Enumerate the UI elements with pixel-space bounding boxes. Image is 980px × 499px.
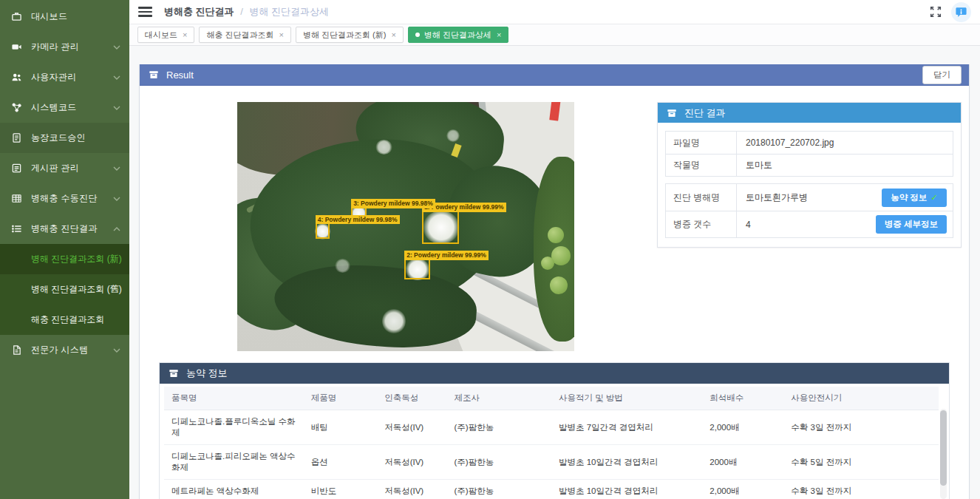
- sidebar-item-8[interactable]: 전문가 시스템: [0, 335, 129, 365]
- diagnosis-group-2: 진단 병해명토마토흰가루병농약 정보✓병증 갯수4병증 세부정보: [665, 183, 953, 238]
- table-cell: 2,000배: [702, 410, 783, 445]
- sidebar-item-5[interactable]: 게시판 관리: [0, 153, 129, 183]
- table-cell: 2,000배: [702, 480, 783, 499]
- table-row[interactable]: 디페노코나졸.피리오페논 액상수화제옵션저독성(IV)(주)팜한농발병초 10일…: [164, 445, 939, 480]
- bounding-box-4: 4: Powdery mildew 99.98%: [316, 223, 330, 238]
- tab-label: 병해 진단결과조회 (新): [303, 30, 386, 41]
- table-cell: 저독성(IV): [377, 480, 446, 499]
- symptom-detail-button[interactable]: 병증 세부정보: [876, 215, 947, 234]
- sidebar-item-label: 시스템코드: [31, 101, 113, 114]
- diagnosis-value-text: 토마토흰가루병: [746, 191, 808, 204]
- users-icon: [11, 72, 22, 83]
- pesticide-panel-header: 농약 정보: [160, 363, 949, 384]
- table-cell: 디페노코나졸.피리오페논 액상수화제: [164, 445, 304, 480]
- pesticide-table-wrap: 품목명제품명인축독성제조사사용적기 및 방법희석배수사용안전시기디페노코나졸.플…: [160, 384, 949, 499]
- fullscreen-icon[interactable]: [929, 5, 942, 18]
- diagnosis-group-1: 파일명20180107_220702.jpg작물명토마토: [665, 131, 953, 177]
- chevron-down-icon: [113, 45, 120, 50]
- sidebar-item-label: 전문가 시스템: [31, 344, 113, 356]
- chevron-up-icon: [113, 227, 120, 231]
- diagnosis-panel-title: 진단 결과: [684, 106, 726, 120]
- sidebar-subitem-0[interactable]: 병해 진단결과조회 (新): [0, 244, 129, 274]
- scrollbar-thumb[interactable]: [940, 410, 947, 486]
- diagnosis-row-value: 4병증 세부정보: [737, 215, 953, 234]
- sidebar: 대시보드카메라 관리사용자관리시스템코드농장코드승인게시판 관리병해충 수동진단…: [0, 0, 129, 499]
- tab-close-icon[interactable]: ×: [497, 30, 501, 39]
- column-header-4: 사용적기 및 방법: [551, 387, 702, 410]
- sidebar-item-label: 병해충 진단결과: [31, 223, 113, 235]
- expert-system-icon: [11, 344, 22, 356]
- bbox-label: 2: Powdery mildew 99.99%: [404, 251, 489, 260]
- sidebar-item-7[interactable]: 병해충 진단결과: [0, 214, 129, 244]
- table-cell: 저독성(IV): [377, 410, 446, 445]
- archive-icon: [149, 69, 159, 80]
- table-row[interactable]: 디페노코나졸.플루디옥소닐 수화제배팅저독성(IV)(주)팜한농발병초 7일간격…: [164, 410, 939, 445]
- column-header-5: 희석배수: [702, 387, 783, 410]
- sidebar-item-label: 대시보드: [31, 10, 120, 23]
- table-cell: 2000배: [702, 445, 783, 480]
- table-cell: 발병초 10일간격 경엽처리: [551, 480, 702, 499]
- tab-3[interactable]: 병해 진단결과상세×: [408, 27, 509, 43]
- result-panel-body: 1: Powdery mildew 99.99%2: Powdery milde…: [140, 86, 969, 499]
- tab-label: 해충 진단결과조회: [206, 30, 273, 41]
- chevron-down-icon: [113, 75, 120, 80]
- sidebar-item-4[interactable]: 농장코드승인: [0, 123, 129, 153]
- pesticide-info-button[interactable]: 농약 정보✓: [882, 189, 947, 207]
- table-cell: 디페노코나졸.플루디옥소닐 수화제: [164, 410, 304, 445]
- sidebar-item-3[interactable]: 시스템코드: [0, 92, 129, 123]
- tab-label: 병해 진단결과상세: [424, 30, 491, 41]
- sidebar-item-label: 사용자관리: [31, 71, 113, 84]
- column-header-1: 제품명: [304, 387, 378, 410]
- bbox-label: 3: Powdery mildew 99.98%: [351, 199, 435, 208]
- breadcrumb: 병해충 진단결과 / 병해 진단결과상세: [164, 5, 329, 18]
- pesticide-table: 품목명제품명인축독성제조사사용적기 및 방법희석배수사용안전시기디페노코나졸.플…: [164, 387, 939, 499]
- table-row[interactable]: 메트라페논 액상수화제비반도저독성(IV)(주)팜한농발병초 10일간격 경엽처…: [164, 480, 939, 499]
- table-cell: 발병초 10일간격 경엽처리: [551, 445, 702, 480]
- table-scrollbar[interactable]: [940, 409, 947, 499]
- pesticide-panel-title: 농약 정보: [186, 367, 228, 380]
- bbox-label: 4: Powdery mildew 99.98%: [316, 215, 400, 225]
- table-header-row: 품목명제품명인축독성제조사사용적기 및 방법희석배수사용안전시기: [164, 387, 939, 410]
- menu-toggle-icon[interactable]: [138, 4, 152, 19]
- tab-close-icon[interactable]: ×: [391, 30, 395, 39]
- chevron-down-icon: [113, 106, 120, 110]
- table-cell: 비반도: [304, 480, 378, 499]
- diagnosis-row-0: 파일명20180107_220702.jpg: [666, 132, 953, 154]
- tab-0[interactable]: 대시보드×: [137, 27, 194, 43]
- diagnosis-row-label: 병증 갯수: [666, 211, 737, 237]
- diagnosis-result-icon: [11, 223, 22, 234]
- chevron-down-icon: [113, 197, 120, 201]
- sidebar-item-0[interactable]: 대시보드: [0, 1, 129, 32]
- column-header-2: 인축독성: [377, 387, 446, 410]
- archive-icon: [667, 108, 677, 118]
- result-panel: Result 닫기: [139, 64, 970, 499]
- board-icon: [11, 163, 22, 174]
- manual-diagnosis-icon: [11, 193, 22, 204]
- tab-bar: 대시보드×해충 진단결과조회×병해 진단결과조회 (新)×병해 진단결과상세×: [129, 24, 980, 46]
- sidebar-item-label: 병해충 수동진단: [31, 192, 113, 205]
- sidebar-item-1[interactable]: 카메라 관리: [0, 32, 129, 62]
- diagnosis-table: 파일명20180107_220702.jpg작물명토마토진단 병해명토마토흰가루…: [658, 123, 961, 247]
- breadcrumb-parent[interactable]: 병해충 진단결과: [164, 6, 234, 17]
- close-button[interactable]: 닫기: [922, 66, 962, 84]
- pesticide-info-panel: 농약 정보 품목명제품명인축독성제조사사용적기 및 방법희석배수사용안전시기디페…: [159, 362, 950, 499]
- tab-close-icon[interactable]: ×: [279, 30, 284, 39]
- sidebar-item-2[interactable]: 사용자관리: [0, 62, 129, 92]
- tab-close-icon[interactable]: ×: [183, 30, 187, 39]
- farm-approval-icon: [11, 132, 22, 143]
- sidebar-subitem-1[interactable]: 병해 진단결과조회 (舊): [0, 274, 129, 305]
- sidebar-item-label: 농장코드승인: [31, 132, 120, 144]
- diagnosis-row-label: 작물명: [666, 155, 737, 176]
- sidebar-item-6[interactable]: 병해충 수동진단: [0, 183, 129, 214]
- breadcrumb-separator: /: [240, 6, 243, 17]
- tab-1[interactable]: 해충 진단결과조회×: [199, 27, 291, 43]
- dashboard-icon: [11, 11, 22, 22]
- tab-2[interactable]: 병해 진단결과조회 (新)×: [296, 27, 404, 43]
- info-bubble-icon[interactable]: [951, 2, 971, 22]
- sidebar-subitem-2[interactable]: 해충 진단결과조회: [0, 305, 129, 335]
- diagnosis-row-label: 진단 병해명: [666, 184, 737, 211]
- diagnosis-row-3: 병증 갯수4병증 세부정보: [666, 211, 953, 237]
- diagnosis-row-value: 토마토흰가루병농약 정보✓: [737, 189, 953, 207]
- tab-label: 대시보드: [145, 30, 177, 41]
- main-column: 병해충 진단결과 / 병해 진단결과상세 대시보드×해충 진단결과조회×병해 진…: [129, 0, 980, 499]
